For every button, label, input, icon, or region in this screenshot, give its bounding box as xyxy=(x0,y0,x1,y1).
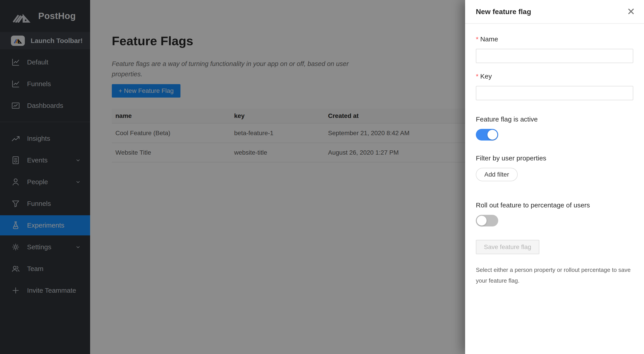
save-help-text: Select either a person property or rollo… xyxy=(476,264,633,286)
required-asterisk: * xyxy=(476,35,478,43)
rollout-percentage-toggle[interactable] xyxy=(476,215,498,226)
name-field-label: *Name xyxy=(476,35,633,43)
toggle-knob xyxy=(488,130,497,140)
key-field-label: *Key xyxy=(476,73,633,80)
new-feature-flag-drawer: New feature flag ✕ *Name *Key Feature fl… xyxy=(465,0,644,354)
save-feature-flag-button[interactable]: Save feature flag xyxy=(476,240,539,254)
toggle-knob xyxy=(477,216,486,226)
drawer-header: New feature flag ✕ xyxy=(465,0,644,24)
rollout-section-label: Roll out feature to percentage of users xyxy=(476,201,633,209)
filter-section-label: Filter by user properties xyxy=(476,154,633,162)
name-input[interactable] xyxy=(476,49,633,63)
feature-flag-active-toggle[interactable] xyxy=(476,129,498,141)
key-input[interactable] xyxy=(476,86,633,100)
required-asterisk: * xyxy=(476,73,478,80)
active-toggle-label: Feature flag is active xyxy=(476,116,633,123)
add-filter-button[interactable]: Add filter xyxy=(476,168,518,181)
drawer-body: *Name *Key Feature flag is active Filter… xyxy=(465,24,644,286)
drawer-title: New feature flag xyxy=(476,8,531,16)
close-icon[interactable]: ✕ xyxy=(625,5,637,18)
